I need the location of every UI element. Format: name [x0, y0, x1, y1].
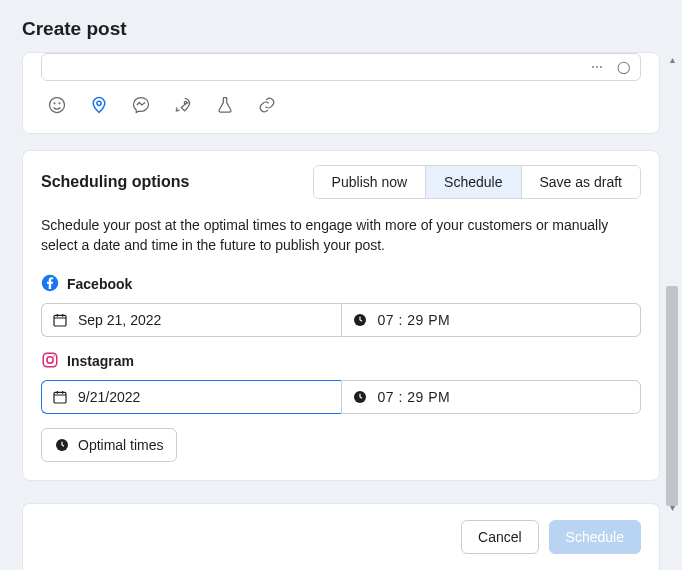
- clock-icon: [352, 312, 368, 328]
- svg-point-2: [59, 103, 60, 104]
- instagram-time-value: 07 : 29 PM: [378, 389, 451, 405]
- facebook-time-value: 07 : 29 PM: [378, 312, 451, 328]
- scroll-down-arrow[interactable]: ▾: [666, 502, 678, 514]
- footer-bar: Cancel Schedule: [22, 503, 660, 570]
- facebook-icon: [41, 274, 59, 295]
- svg-rect-8: [43, 353, 57, 367]
- scheduling-tab-group: Publish now Schedule Save as draft: [313, 165, 641, 199]
- svg-rect-11: [54, 392, 66, 403]
- tab-save-draft[interactable]: Save as draft: [522, 166, 641, 198]
- facebook-time-input[interactable]: 07 : 29 PM: [341, 303, 642, 337]
- scheduling-title: Scheduling options: [41, 173, 189, 191]
- instagram-icon: [41, 351, 59, 372]
- clock-icon: [352, 389, 368, 405]
- instagram-label: Instagram: [41, 351, 641, 372]
- composer-status-icon-2: ◯: [617, 60, 630, 74]
- svg-point-9: [47, 356, 53, 362]
- instagram-date-value: 9/21/2022: [78, 389, 140, 405]
- optimal-times-button[interactable]: Optimal times: [41, 428, 177, 462]
- page-title: Create post: [22, 18, 660, 40]
- instagram-date-input[interactable]: 9/21/2022: [41, 380, 341, 414]
- instagram-time-input[interactable]: 07 : 29 PM: [341, 380, 642, 414]
- scrollbar-thumb[interactable]: [666, 286, 678, 506]
- cancel-button[interactable]: Cancel: [461, 520, 539, 554]
- instagram-label-text: Instagram: [67, 353, 134, 369]
- emoji-icon[interactable]: [47, 95, 67, 115]
- messenger-icon[interactable]: [131, 95, 151, 115]
- svg-point-10: [53, 355, 55, 357]
- facebook-date-value: Sep 21, 2022: [78, 312, 161, 328]
- facebook-date-input[interactable]: Sep 21, 2022: [41, 303, 341, 337]
- composer-card: ⋯ ◯: [22, 52, 660, 134]
- svg-point-1: [54, 103, 55, 104]
- svg-point-3: [97, 101, 101, 105]
- flask-icon[interactable]: [215, 95, 235, 115]
- facebook-label: Facebook: [41, 274, 641, 295]
- svg-rect-6: [54, 315, 66, 326]
- composer-text-area[interactable]: ⋯ ◯: [41, 53, 641, 81]
- tab-publish-now[interactable]: Publish now: [314, 166, 427, 198]
- tab-schedule[interactable]: Schedule: [426, 166, 521, 198]
- scheduling-help-text: Schedule your post at the optimal times …: [41, 215, 641, 256]
- composer-status-icon-1: ⋯: [591, 60, 603, 74]
- calendar-icon: [52, 312, 68, 328]
- rocket-icon[interactable]: [173, 95, 193, 115]
- clock-icon: [54, 437, 70, 453]
- svg-point-0: [50, 98, 65, 113]
- scheduling-card: Scheduling options Publish now Schedule …: [22, 150, 660, 481]
- schedule-button[interactable]: Schedule: [549, 520, 641, 554]
- link-icon[interactable]: [257, 95, 277, 115]
- calendar-icon: [52, 389, 68, 405]
- facebook-label-text: Facebook: [67, 276, 132, 292]
- location-icon[interactable]: [89, 95, 109, 115]
- vertical-scrollbar[interactable]: ▴ ▾: [666, 58, 678, 510]
- svg-point-4: [184, 101, 187, 104]
- optimal-times-label: Optimal times: [78, 437, 164, 453]
